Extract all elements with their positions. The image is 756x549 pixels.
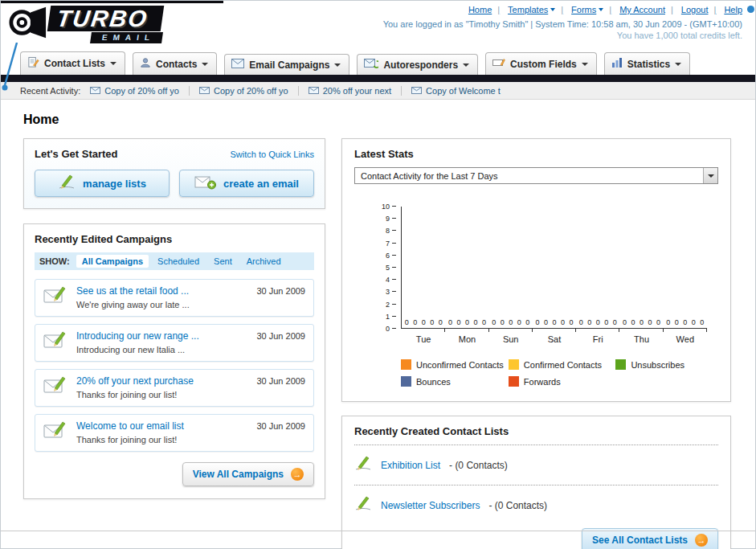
page-title: Home bbox=[23, 113, 731, 127]
legend-label: Forwards bbox=[524, 377, 561, 387]
stats-chart: 109876543210 0 0 0 0 0Tue0 0 0 0 0Mon0 0… bbox=[354, 207, 718, 348]
nav-tab-contacts[interactable]: Contacts bbox=[133, 52, 217, 75]
manage-lists-button[interactable]: manage lists bbox=[35, 170, 170, 197]
legend-label: Confirmed Contacts bbox=[524, 360, 602, 370]
top-nav-my-account[interactable]: My Account bbox=[603, 5, 665, 14]
legend-item: Forwards bbox=[509, 376, 611, 387]
get-started-title: Let's Get Started bbox=[35, 148, 118, 160]
switch-quick-links-link[interactable]: Switch to Quick Links bbox=[230, 150, 314, 159]
nav-tab-contact-lists[interactable]: Contact Lists bbox=[20, 51, 125, 75]
top-nav-home[interactable]: Home bbox=[468, 5, 492, 14]
recent-activity-item[interactable]: Copy of Welcome t bbox=[411, 86, 510, 96]
campaign-subtitle: Thanks for joining our list! bbox=[76, 435, 184, 445]
turbo-email-logo[interactable]: TURBO EMAIL bbox=[9, 4, 162, 44]
campaign-item[interactable]: Introducing our new range ... Introducin… bbox=[35, 324, 314, 362]
contact-list-link[interactable]: Newsletter Subscribers bbox=[381, 500, 480, 511]
campaign-text: Welcome to our email list Thanks for joi… bbox=[76, 420, 184, 445]
header-right: Home Templates Forms My Account Logout H… bbox=[383, 5, 742, 40]
stats-filter-select[interactable]: Contact Activity for the Last 7 Days bbox=[354, 167, 718, 184]
campaign-date: 30 Jun 2009 bbox=[256, 286, 305, 296]
chart-y-tick: 10 bbox=[382, 203, 396, 211]
legend-item: Bounces bbox=[401, 376, 504, 387]
contact-lists-icon bbox=[27, 56, 39, 71]
activity-item-label: Copy of 20% off yo bbox=[104, 86, 179, 96]
top-nav-logout[interactable]: Logout bbox=[665, 5, 709, 14]
campaign-subtitle: We're giving away our late ... bbox=[76, 300, 190, 309]
chart-value-labels: 0 0 0 0 0 bbox=[664, 318, 707, 326]
stats-title: Latest Stats bbox=[354, 148, 718, 160]
chart-y-tick: 7 bbox=[386, 240, 396, 248]
show-label: SHOW: bbox=[39, 256, 70, 266]
create-email-button[interactable]: create an email bbox=[179, 170, 314, 197]
legend-item: Unconfirmed Contacts bbox=[401, 359, 504, 370]
campaign-title-link[interactable]: Introducing our new range ... bbox=[76, 330, 199, 342]
chevron-down-icon bbox=[334, 64, 341, 67]
nav-tab-statistics[interactable]: Statistics bbox=[604, 52, 690, 75]
login-info: You are logged in as "Timothy Smith" | S… bbox=[383, 19, 742, 29]
nav-tab-autoresponders[interactable]: Autoresponders bbox=[357, 54, 478, 75]
activity-item-label: 20% off your next bbox=[323, 86, 391, 96]
chart-group: 0 0 0 0 0Sun bbox=[489, 207, 533, 328]
chart-y-tick: 3 bbox=[386, 288, 396, 296]
pencil-icon bbox=[354, 456, 372, 474]
email-icon bbox=[309, 87, 319, 94]
recent-activity-item[interactable]: 20% off your next bbox=[309, 86, 402, 96]
legend-item: Confirmed Contacts bbox=[509, 359, 611, 370]
campaign-date: 30 Jun 2009 bbox=[256, 376, 305, 386]
antenna-decoration bbox=[1, 43, 22, 92]
pencil-icon bbox=[354, 496, 372, 514]
nav-tab-label: Statistics bbox=[627, 59, 670, 70]
nav-tab-label: Custom Fields bbox=[510, 59, 577, 70]
campaign-item[interactable]: Welcome to our email list Thanks for joi… bbox=[35, 414, 314, 452]
chart-x-label: Sat bbox=[533, 334, 576, 344]
chart-group: 0 0 0 0 0Wed bbox=[664, 207, 707, 328]
campaign-title-link[interactable]: See us at the retail food ... bbox=[76, 285, 190, 297]
stats-filter-value: Contact Activity for the Last 7 Days bbox=[361, 171, 498, 181]
chart-x-label: Thu bbox=[619, 334, 663, 344]
campaigns-panel: Recently Edited Campaigns SHOW: All Camp… bbox=[23, 223, 325, 499]
tab-scheduled[interactable]: Scheduled bbox=[152, 255, 205, 268]
top-nav-help[interactable]: Help bbox=[709, 5, 742, 14]
tab-all-campaigns[interactable]: All Campaigns bbox=[76, 255, 149, 268]
chart-value-labels: 0 0 0 0 0 bbox=[619, 318, 663, 326]
contact-list-item: Exhibition List - (0 Contacts) bbox=[354, 453, 718, 477]
nav-divider-bar bbox=[1, 75, 755, 82]
campaign-list: See us at the retail food ... We're givi… bbox=[35, 279, 314, 452]
chart-x-label: Tue bbox=[402, 334, 445, 344]
tab-sent[interactable]: Sent bbox=[208, 255, 238, 268]
chart-group: 0 0 0 0 0Fri bbox=[576, 207, 619, 328]
chevron-down-icon bbox=[582, 63, 588, 66]
legend-label: Bounces bbox=[416, 377, 451, 387]
legend-label: Unsubscribes bbox=[631, 360, 684, 370]
campaign-title-link[interactable]: Welcome to our email list bbox=[76, 420, 184, 432]
contact-list-link[interactable]: Exhibition List bbox=[381, 460, 440, 471]
chart-value-labels: 0 0 0 0 0 bbox=[445, 318, 488, 326]
campaign-title-link[interactable]: 20% off your next purchase bbox=[76, 375, 194, 387]
top-nav-label: Logout bbox=[681, 5, 709, 14]
envelope-pencil-icon bbox=[43, 330, 67, 354]
nav-tab-label: Contacts bbox=[156, 59, 197, 70]
chart-group: 0 0 0 0 0Mon bbox=[445, 207, 488, 328]
top-nav: Home Templates Forms My Account Logout H… bbox=[383, 5, 742, 14]
recent-activity-item[interactable]: Copy of 20% off yo bbox=[199, 86, 299, 96]
nav-tab-custom-fields[interactable]: Custom Fields bbox=[485, 52, 597, 75]
chart-group: 0 0 0 0 0Thu bbox=[619, 207, 663, 328]
recent-activity-bar: Recent Activity: Copy of 20% off yo Copy… bbox=[1, 82, 755, 100]
top-nav-forms[interactable]: Forms bbox=[555, 5, 603, 14]
top-nav-templates[interactable]: Templates bbox=[492, 5, 555, 14]
logo-text: TURBO EMAIL bbox=[49, 6, 162, 43]
activity-item-label: Copy of 20% off yo bbox=[214, 86, 288, 96]
campaign-item[interactable]: See us at the retail food ... We're givi… bbox=[35, 279, 314, 317]
logo-subtitle: EMAIL bbox=[90, 32, 163, 43]
corner-dot-decoration bbox=[747, 6, 754, 13]
view-all-campaigns-label: View All Campaigns bbox=[193, 469, 284, 480]
tab-archived[interactable]: Archived bbox=[241, 255, 287, 268]
contact-list-count: - (0 Contacts) bbox=[488, 500, 547, 511]
nav-tab-email-campaigns[interactable]: Email Campaigns bbox=[224, 54, 349, 75]
latest-stats-panel: Latest Stats Contact Activity for the La… bbox=[341, 138, 731, 402]
recent-activity-item[interactable]: Copy of 20% off yo bbox=[90, 86, 190, 96]
top-nav-label: My Account bbox=[619, 5, 665, 14]
view-all-campaigns-button[interactable]: View All Campaigns → bbox=[182, 462, 314, 486]
chart-x-label: Sun bbox=[489, 334, 533, 344]
campaign-item[interactable]: 20% off your next purchase Thanks for jo… bbox=[35, 369, 314, 407]
